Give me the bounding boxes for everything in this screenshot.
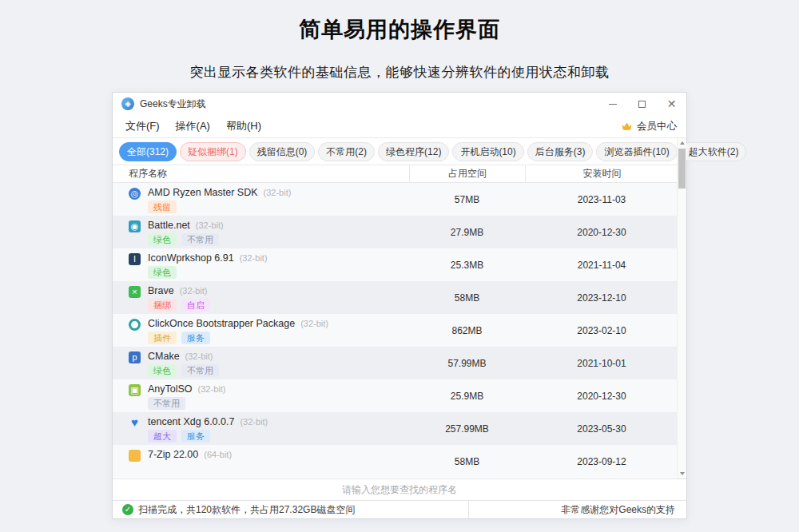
- table-row[interactable]: ◉Battle.net(32-bit)绿色不常用27.9MB2020-12-30: [113, 216, 678, 248]
- column-header-size: 占用空间: [409, 165, 525, 182]
- menu-item-1[interactable]: 操作(A): [168, 116, 218, 137]
- tag-unused: 不常用: [148, 397, 185, 410]
- app-tags: 插件服务: [148, 332, 210, 344]
- app-tags: 残留: [148, 200, 177, 213]
- app-name: AnyTolSO(32-bit): [148, 383, 225, 395]
- tag-green: 绿色: [148, 266, 177, 279]
- app-title: Geeks专业卸载: [140, 97, 206, 111]
- cmake-app-icon: p: [129, 351, 141, 363]
- filter-tab-1[interactable]: 疑似捆绑(1): [180, 142, 246, 161]
- app-arch: (32-bit): [198, 384, 226, 394]
- brave-app-icon: ×: [129, 286, 141, 298]
- table-row[interactable]: pCMake(32-bit)绿色不常用57.99MB2021-10-01: [113, 347, 678, 379]
- table-header: 程序名称 占用空间 安装时间: [113, 165, 678, 183]
- scroll-down-icon[interactable]: [678, 469, 686, 478]
- app-arch: (32-bit): [180, 286, 208, 296]
- app-arch: (32-bit): [196, 220, 224, 230]
- app-name: 7-Zip 22.00(64-bit): [148, 449, 232, 460]
- maximize-button[interactable]: [627, 93, 657, 115]
- window-controls: ✕: [598, 93, 686, 115]
- app-size: 27.9MB: [409, 216, 525, 248]
- scrollbar[interactable]: [677, 138, 686, 478]
- filter-tab-8[interactable]: 超大软件(2): [681, 142, 747, 161]
- app-name: ClickOnce Bootstrapper Package(32-bit): [148, 318, 328, 329]
- table-row[interactable]: 7-Zip 22.00(64-bit)58MB2023-09-12: [113, 445, 678, 478]
- app-install-date: 2021-11-04: [525, 248, 678, 281]
- tag-autostart: 自启: [181, 299, 210, 312]
- filter-tab-4[interactable]: 绿色程序(12): [378, 142, 449, 161]
- 7-zip-22-00-app-icon: [129, 450, 141, 462]
- filter-tabs: 全部(312)疑似捆绑(1)残留信息(0)不常用(2)绿色程序(12)开机启动(…: [113, 138, 677, 165]
- app-arch: (64-bit): [204, 450, 232, 459]
- menubar: 文件(F)操作(A)帮助(H) 会员中心: [113, 115, 686, 138]
- app-name: Battle.net(32-bit): [148, 220, 224, 231]
- close-button[interactable]: ✕: [657, 93, 686, 115]
- crown-icon: [621, 121, 633, 132]
- close-icon: ✕: [667, 98, 677, 109]
- app-install-date: 2023-12-10: [525, 281, 678, 314]
- app-install-date: 2020-12-30: [525, 379, 678, 412]
- filter-tab-2[interactable]: 残留信息(0): [249, 142, 316, 161]
- filter-tab-7[interactable]: 浏览器插件(10): [596, 142, 677, 161]
- filter-tab-3[interactable]: 不常用(2): [318, 142, 375, 161]
- tag-service: 服务: [181, 332, 210, 344]
- filter-tab-6[interactable]: 后台服务(3): [527, 142, 594, 161]
- app-name: Brave(32-bit): [148, 285, 208, 296]
- app-tags: 超大服务: [148, 430, 210, 443]
- tag-residual: 残留: [148, 200, 177, 213]
- app-install-date: 2020-12-30: [525, 216, 678, 248]
- scan-status: ✓ 扫描完成，共120款软件，共占用27.32GB磁盘空间: [113, 503, 468, 517]
- app-tags: 不常用: [148, 397, 185, 410]
- app-name: CMake(32-bit): [148, 351, 213, 362]
- app-size: 57MB: [409, 183, 525, 216]
- menu-item-2[interactable]: 帮助(H): [218, 116, 269, 137]
- tag-plugin: 插件: [148, 332, 177, 344]
- app-arch: (32-bit): [264, 188, 292, 197]
- table-row[interactable]: ×Brave(32-bit)捆绑自启58MB2023-12-10: [113, 281, 678, 314]
- app-name: AMD Ryzen Master SDK(32-bit): [148, 187, 291, 198]
- tag-green: 绿色: [148, 364, 177, 377]
- app-install-date: 2023-09-12: [525, 445, 678, 478]
- table-row[interactable]: ClickOnce Bootstrapper Package(32-bit)插件…: [113, 314, 678, 347]
- filter-tab-0[interactable]: 全部(312): [119, 142, 177, 161]
- iconwprkshop-6-91-app-icon: I: [129, 253, 141, 265]
- anytolso-app-icon: ▣: [129, 384, 141, 396]
- app-arch: (32-bit): [240, 417, 268, 427]
- scrollbar-thumb[interactable]: [678, 149, 686, 189]
- table-row[interactable]: ♥tencent Xdg 6.0.0.7(32-bit)超大服务257.99MB…: [113, 412, 678, 445]
- thanks-text: 非常感谢您对Geeks的支持: [469, 503, 686, 517]
- menu-item-0[interactable]: 文件(F): [117, 116, 168, 137]
- app-install-date: 2023-02-10: [525, 314, 678, 347]
- check-icon: ✓: [122, 504, 133, 515]
- page-subtitle: 突出显示各类软件的基础信息，能够快速分辨软件的使用状态和卸载: [0, 63, 799, 81]
- scroll-up-icon[interactable]: [678, 138, 686, 148]
- table-row[interactable]: IIconWprkshop 6.91(32-bit)绿色25.3MB2021-1…: [113, 248, 678, 281]
- column-header-date: 安装时间: [525, 165, 678, 182]
- software-list: ◎AMD Ryzen Master SDK(32-bit)残留57MB2023-…: [113, 183, 678, 478]
- app-size: 862MB: [409, 314, 525, 347]
- app-size: 257.99MB: [409, 412, 525, 445]
- app-install-date: 2021-10-01: [525, 347, 678, 379]
- member-center-label: 会员中心: [637, 120, 677, 133]
- table-row[interactable]: ◎AMD Ryzen Master SDK(32-bit)残留57MB2023-…: [113, 183, 678, 216]
- amd-ryzen-master-sdk-app-icon: ◎: [129, 188, 141, 200]
- maximize-icon: [638, 101, 646, 108]
- filter-tab-5[interactable]: 开机启动(10): [452, 142, 523, 161]
- minimize-icon: [609, 104, 617, 105]
- column-header-name: 程序名称: [113, 165, 409, 182]
- tag-unused: 不常用: [181, 233, 219, 246]
- scan-status-text: 扫描完成，共120款软件，共占用27.32GB磁盘空间: [138, 503, 355, 517]
- app-tags: 绿色不常用: [148, 364, 219, 377]
- member-center-button[interactable]: 会员中心: [621, 120, 677, 133]
- search-input[interactable]: [113, 479, 686, 500]
- app-tags: 捆绑自启: [148, 299, 210, 312]
- app-window: ◈ Geeks专业卸载 ✕ 文件(F)操作(A)帮助(H) 会员中心 全部(31…: [112, 92, 687, 519]
- minimize-button[interactable]: [598, 93, 627, 115]
- tag-unused: 不常用: [181, 364, 219, 377]
- app-size: 25.9MB: [409, 379, 525, 412]
- clickonce-bootstrapper-package-app-icon: [129, 319, 141, 331]
- tencent-xdg-6-0-0-7-app-icon: ♥: [129, 417, 141, 429]
- table-row[interactable]: ▣AnyTolSO(32-bit)不常用25.9MB2020-12-30: [113, 379, 678, 412]
- app-arch: (32-bit): [300, 319, 328, 328]
- tag-bundle: 捆绑: [148, 299, 177, 312]
